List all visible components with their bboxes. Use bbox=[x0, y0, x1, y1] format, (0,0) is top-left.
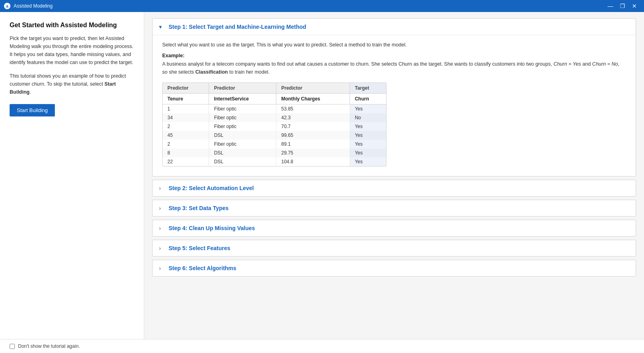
table-cell: Yes bbox=[350, 122, 386, 131]
close-button[interactable]: ✕ bbox=[629, 2, 640, 10]
table-cell: 89.1 bbox=[276, 140, 350, 148]
example-bold: Classification bbox=[195, 69, 228, 75]
data-table: Predictor Predictor Predictor Target Ten… bbox=[163, 83, 386, 166]
table-row: 22DSL104.8Yes bbox=[163, 157, 386, 166]
start-building-button[interactable]: Start Building bbox=[10, 104, 55, 116]
tutorial-end: . bbox=[30, 89, 31, 95]
step-4-header[interactable]: › Step 4: Clean Up Missing Values bbox=[153, 220, 636, 236]
step-3-title: Step 3: Set Data Types bbox=[169, 205, 229, 211]
step-2-header[interactable]: › Step 2: Select Automation Level bbox=[153, 180, 636, 196]
table-cell: Fiber optic bbox=[209, 122, 276, 131]
table-row: 1Fiber optic53.85Yes bbox=[163, 104, 386, 114]
sidebar-title: Get Started with Assisted Modeling bbox=[10, 22, 134, 29]
table-body: 1Fiber optic53.85Yes34Fiber optic42.3No2… bbox=[163, 104, 386, 166]
step-6-title: Step 6: Select Algorithms bbox=[169, 265, 236, 271]
table-cell: Fiber optic bbox=[209, 140, 276, 148]
table-cell: 2 bbox=[163, 122, 209, 131]
minimize-button[interactable]: — bbox=[605, 2, 616, 10]
example-table: Predictor Predictor Predictor Target Ten… bbox=[162, 82, 386, 166]
example-label: Example: bbox=[162, 53, 626, 58]
table-cell: 42.3 bbox=[276, 113, 350, 122]
col-name-tenure: Tenure bbox=[163, 94, 209, 104]
step-1-panel: ▾ Step 1: Select Target and Machine-Lear… bbox=[152, 18, 636, 176]
example-text-2: and bbox=[581, 61, 592, 67]
table-cell: 53.85 bbox=[276, 104, 350, 114]
table-row: 34Fiber optic42.3No bbox=[163, 113, 386, 122]
dont-show-label[interactable]: Don't show the tutorial again. bbox=[18, 343, 80, 349]
sidebar-description: Pick the target you want to predict, the… bbox=[10, 34, 134, 66]
col-name-internet: InternetService bbox=[209, 94, 276, 104]
sidebar: Get Started with Assisted Modeling Pick … bbox=[0, 12, 144, 353]
table-cell: 1 bbox=[163, 104, 209, 114]
app-title: Assisted Modeling bbox=[14, 3, 605, 9]
table-cell: 8 bbox=[163, 148, 209, 157]
col-header-predictor3: Predictor bbox=[276, 83, 350, 94]
step-1-header[interactable]: ▾ Step 1: Select Target and Machine-Lear… bbox=[153, 19, 636, 35]
table-cell: 104.8 bbox=[276, 157, 350, 166]
table-cell: 29.75 bbox=[276, 148, 350, 157]
step-3-panel: › Step 3: Set Data Types bbox=[152, 200, 636, 217]
dont-show-checkbox[interactable] bbox=[10, 344, 15, 349]
col-header-predictor2: Predictor bbox=[209, 83, 276, 94]
step-3-header[interactable]: › Step 3: Set Data Types bbox=[153, 200, 636, 216]
table-cell: Fiber optic bbox=[209, 113, 276, 122]
column-type-row: Predictor Predictor Predictor Target bbox=[163, 83, 386, 94]
table-cell: DSL bbox=[209, 157, 276, 166]
example-text-1: A business analyst for a telecom company… bbox=[162, 61, 553, 67]
app-body: Get Started with Assisted Modeling Pick … bbox=[0, 12, 644, 353]
table-cell: 99.65 bbox=[276, 131, 350, 140]
step-4-panel: › Step 4: Clean Up Missing Values bbox=[152, 220, 636, 237]
table-row: 8DSL29.75Yes bbox=[163, 148, 386, 157]
example-text: A business analyst for a telecom company… bbox=[162, 60, 626, 76]
example-italic-2: Churn = No bbox=[592, 61, 618, 67]
col-header-target: Target bbox=[350, 83, 386, 94]
table-row: 2Fiber optic70.7Yes bbox=[163, 122, 386, 131]
step-5-header[interactable]: › Step 5: Select Features bbox=[153, 240, 636, 256]
table-cell: 22 bbox=[163, 157, 209, 166]
step-6-header[interactable]: › Step 6: Select Algorithms bbox=[153, 260, 636, 276]
step-5-title: Step 5: Select Features bbox=[169, 245, 230, 251]
app-icon: a bbox=[4, 3, 10, 9]
table-cell: Fiber optic bbox=[209, 104, 276, 114]
table-cell: 45 bbox=[163, 131, 209, 140]
step-2-panel: › Step 2: Select Automation Level bbox=[152, 180, 636, 197]
step-2-title: Step 2: Select Automation Level bbox=[169, 185, 254, 191]
table-cell: Yes bbox=[350, 140, 386, 148]
step-2-chevron: › bbox=[159, 185, 165, 191]
sidebar-tutorial: This tutorial shows you an example of ho… bbox=[10, 72, 134, 96]
example-text-4: to train her model. bbox=[228, 69, 270, 75]
step-5-panel: › Step 5: Select Features bbox=[152, 240, 636, 257]
table-cell: 70.7 bbox=[276, 122, 350, 131]
step-1-description: Select what you want to use as the targe… bbox=[162, 41, 626, 49]
footer: Don't show the tutorial again. bbox=[0, 339, 644, 353]
restore-button[interactable]: ❐ bbox=[617, 2, 628, 10]
step-3-chevron: › bbox=[159, 205, 165, 211]
col-name-charges: Monthly Charges bbox=[276, 94, 350, 104]
step-1-content: Select what you want to use as the targe… bbox=[153, 35, 636, 176]
window-controls: — ❐ ✕ bbox=[605, 2, 640, 10]
col-name-churn: Churn bbox=[350, 94, 386, 104]
step-1-chevron: ▾ bbox=[159, 24, 165, 30]
table-cell: No bbox=[350, 113, 386, 122]
table-row: 45DSL99.65Yes bbox=[163, 131, 386, 140]
table-cell: Yes bbox=[350, 148, 386, 157]
col-header-predictor1: Predictor bbox=[163, 83, 209, 94]
column-name-row: Tenure InternetService Monthly Charges C… bbox=[163, 94, 386, 104]
table-cell: Yes bbox=[350, 104, 386, 114]
table-cell: DSL bbox=[209, 131, 276, 140]
table-cell: Yes bbox=[350, 157, 386, 166]
step-4-title: Step 4: Clean Up Missing Values bbox=[169, 225, 255, 231]
title-bar: a Assisted Modeling — ❐ ✕ bbox=[0, 0, 644, 12]
step-4-chevron: › bbox=[159, 225, 165, 231]
table-cell: 34 bbox=[163, 113, 209, 122]
step-6-panel: › Step 6: Select Algorithms bbox=[152, 260, 636, 277]
step-1-title: Step 1: Select Target and Machine-Learni… bbox=[169, 24, 306, 30]
table-row: 2Fiber optic89.1Yes bbox=[163, 140, 386, 148]
example-italic-1: Churn = Yes bbox=[553, 61, 581, 67]
main-content: ▾ Step 1: Select Target and Machine-Lear… bbox=[144, 12, 644, 353]
table-cell: DSL bbox=[209, 148, 276, 157]
step-5-chevron: › bbox=[159, 245, 165, 251]
table-cell: 2 bbox=[163, 140, 209, 148]
step-6-chevron: › bbox=[159, 265, 165, 271]
table-cell: Yes bbox=[350, 131, 386, 140]
